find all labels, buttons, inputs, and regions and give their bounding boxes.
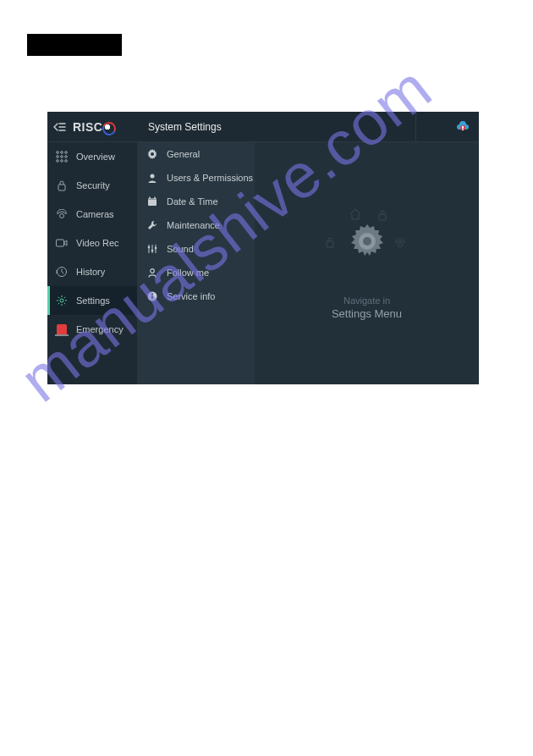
settings-item-label: Follow me (167, 268, 209, 278)
svg-point-7 (61, 152, 63, 154)
sidebar-item-overview[interactable]: Overview (47, 142, 137, 171)
gear-icon (55, 295, 69, 306)
svg-rect-36 (379, 214, 386, 220)
settings-item-service-info[interactable]: Service info (137, 284, 255, 308)
content-hint: Navigate in Settings Menu (332, 295, 402, 320)
user-outline-icon (146, 268, 158, 278)
header-left: RISC (47, 120, 137, 134)
settings-item-label: Service info (167, 291, 215, 301)
sidebar-item-label: Security (76, 180, 110, 190)
home-faint-icon (349, 207, 362, 221)
settings-item-label: Users & Permissions (167, 173, 253, 183)
camera-faint-icon (394, 238, 406, 248)
header-right (455, 121, 479, 133)
settings-item-date-time[interactable]: Date & Time (137, 190, 255, 213)
sidebar: Overview Security Camera (47, 142, 137, 384)
svg-point-13 (61, 160, 63, 163)
gear-illustration (316, 207, 418, 284)
svg-point-9 (57, 156, 59, 158)
sidebar-item-label: History (76, 267, 105, 277)
app-window: RISC System Settings (47, 112, 479, 384)
svg-point-10 (61, 156, 63, 158)
lock-icon (55, 179, 69, 191)
settings-item-label: Maintenance (167, 220, 220, 230)
settings-item-users[interactable]: Users & Permissions (137, 166, 255, 190)
svg-point-38 (398, 242, 402, 246)
settings-item-maintenance[interactable]: Maintenance (137, 213, 255, 237)
svg-rect-4 (462, 126, 464, 129)
svg-point-20 (151, 152, 154, 156)
emergency-icon (55, 324, 69, 334)
brand-swirl-icon (102, 122, 113, 132)
svg-point-29 (151, 250, 154, 252)
sidebar-item-video-rec[interactable]: Video Rec (47, 229, 137, 257)
hint-line1: Navigate in (332, 295, 402, 306)
svg-rect-37 (327, 241, 333, 247)
info-icon (146, 291, 158, 301)
settings-item-label: Sound (167, 244, 194, 254)
settings-item-follow-me[interactable]: Follow me (137, 261, 255, 284)
gear-solid-icon (146, 149, 158, 159)
wrench-icon (146, 220, 158, 230)
calendar-icon (146, 196, 158, 207)
settings-item-general[interactable]: General (137, 142, 255, 166)
settings-item-label: General (167, 149, 200, 159)
header-divider (415, 112, 416, 142)
sidebar-item-label: Emergency (76, 324, 124, 334)
svg-point-11 (65, 156, 68, 158)
svg-rect-34 (151, 295, 153, 299)
cloud-status-icon[interactable] (455, 121, 470, 133)
video-icon (55, 239, 69, 247)
header-bar: RISC System Settings (47, 112, 479, 142)
settings-submenu: General Users & Permissions Date & Time … (137, 142, 255, 384)
sidebar-item-label: Cameras (76, 209, 114, 219)
sidebar-item-label: Overview (76, 152, 115, 162)
settings-item-sound[interactable]: Sound (137, 237, 255, 261)
svg-rect-17 (57, 240, 64, 246)
svg-point-14 (65, 160, 68, 163)
grid-icon (55, 151, 69, 163)
menu-collapse-icon[interactable] (52, 121, 66, 133)
history-icon (55, 266, 69, 278)
sidebar-item-cameras[interactable]: Cameras (47, 200, 137, 229)
sidebar-item-security[interactable]: Security (47, 171, 137, 200)
lock-open-faint-icon (325, 236, 335, 248)
svg-point-35 (151, 293, 153, 295)
svg-point-40 (363, 237, 371, 246)
svg-point-16 (60, 214, 64, 218)
hint-line2: Settings Menu (332, 307, 402, 320)
brand-text: RISC (73, 120, 102, 134)
content-area: Navigate in Settings Menu (255, 142, 479, 384)
sidebar-item-history[interactable]: History (47, 257, 137, 286)
svg-point-27 (148, 246, 151, 249)
page-title: System Settings (137, 121, 222, 133)
active-stripe (47, 286, 50, 315)
svg-point-8 (65, 152, 68, 154)
sidebar-item-emergency[interactable]: Emergency (47, 315, 137, 344)
svg-point-31 (155, 247, 157, 250)
svg-point-21 (151, 174, 155, 179)
sidebar-item-settings[interactable]: Settings (47, 286, 137, 315)
sliders-icon (146, 244, 158, 254)
user-icon (146, 173, 158, 183)
svg-rect-5 (462, 130, 464, 130)
sidebar-item-label: Video Rec (76, 238, 119, 248)
svg-point-6 (57, 152, 59, 154)
top-black-bar (27, 34, 122, 56)
sidebar-item-label: Settings (76, 295, 110, 306)
svg-point-12 (57, 160, 59, 163)
svg-point-32 (151, 269, 155, 273)
big-gear-icon (349, 223, 386, 260)
app-body: Overview Security Camera (47, 142, 479, 384)
camera-icon (55, 209, 69, 219)
brand-logo: RISC (73, 120, 113, 134)
svg-rect-15 (58, 185, 65, 190)
settings-item-label: Date & Time (167, 196, 218, 207)
svg-point-19 (60, 299, 63, 302)
lock-faint-icon (377, 209, 387, 221)
